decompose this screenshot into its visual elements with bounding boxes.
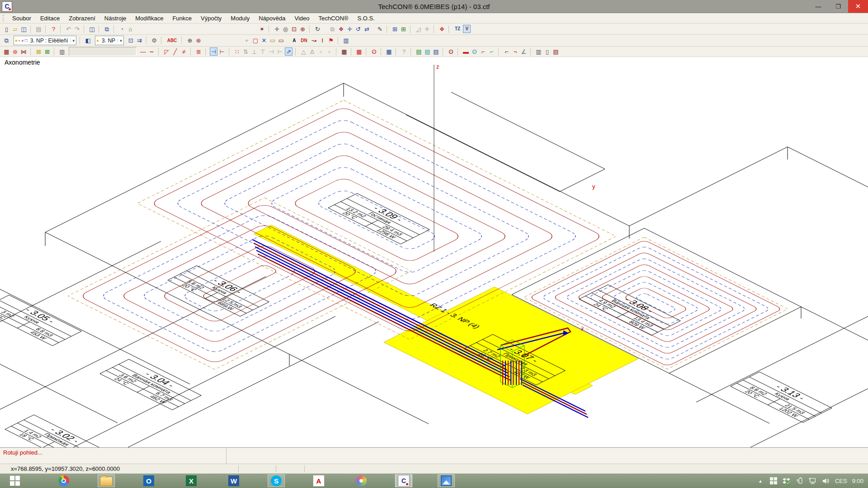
- grid-blue-icon[interactable]: ⊞: [391, 25, 399, 33]
- zone-red-bar-icon[interactable]: ▬: [462, 47, 470, 56]
- taskbar-app-autocad[interactable]: A: [310, 474, 327, 487]
- redraw-icon[interactable]: ✶: [258, 25, 266, 33]
- new-file-icon[interactable]: ▯: [3, 25, 10, 33]
- chevron-down-icon[interactable]: ▾: [118, 38, 123, 43]
- grid-green-icon[interactable]: ⊞: [400, 25, 407, 33]
- grid-blue2-icon[interactable]: ▦: [385, 47, 393, 56]
- abc-text-icon[interactable]: ABC: [165, 37, 179, 45]
- chevron-down-icon[interactable]: ▾: [71, 38, 76, 43]
- dropbox-icon[interactable]: [783, 477, 791, 485]
- menu-techcon-[interactable]: TechCON®: [314, 15, 353, 22]
- split-view-icon[interactable]: ◫: [88, 25, 96, 33]
- selection-rect-icon[interactable]: ▢: [251, 37, 259, 45]
- taskbar-app-graphics-app[interactable]: [353, 474, 370, 487]
- pipe-line-dashed-icon[interactable]: ┅: [148, 47, 156, 56]
- riser-right-icon[interactable]: ⊢: [276, 47, 284, 56]
- zoom-window-icon[interactable]: ⊡: [290, 25, 298, 33]
- clock[interactable]: 9:00: [852, 478, 863, 484]
- pipe-corner-1-icon[interactable]: ⌐: [503, 47, 510, 56]
- lock-edit-icon[interactable]: ∆: [308, 47, 316, 56]
- menu-editace[interactable]: Editace: [36, 15, 64, 22]
- valve-green-icon[interactable]: ⊠: [43, 47, 51, 56]
- coil-spiral-icon[interactable]: ʘ: [370, 47, 378, 56]
- drawing-canvas[interactable]: - 3.09 -Гостиная13.2 m220 °C29.4 m31256 …: [0, 57, 868, 447]
- command-bar[interactable]: Rotuji pohled...: [0, 447, 868, 464]
- tray-expand-icon[interactable]: ▲: [756, 477, 764, 485]
- maximize-button[interactable]: ❐: [828, 0, 848, 13]
- warning-icon[interactable]: △: [300, 47, 307, 56]
- delete-selection-icon[interactable]: ✕: [260, 37, 268, 45]
- zone-teal-spiral-icon[interactable]: ʘ: [471, 47, 478, 56]
- menu-n-stroje[interactable]: Nástroje: [100, 15, 131, 22]
- taskbar-app-skype[interactable]: S: [268, 474, 285, 487]
- start-button[interactable]: [0, 474, 30, 488]
- save-file-icon[interactable]: ◫: [20, 25, 28, 33]
- unknown-stamp-icon[interactable]: ?: [400, 47, 408, 56]
- table-dark-icon[interactable]: ▦: [340, 47, 348, 56]
- snap-center-icon[interactable]: ⊕: [186, 37, 193, 45]
- flag-note-icon[interactable]: ⚑: [327, 37, 335, 45]
- taskbar-app-word[interactable]: W: [225, 474, 242, 487]
- text-label-icon[interactable]: A: [290, 37, 298, 45]
- taskbar-app-chrome[interactable]: [55, 474, 72, 487]
- pan-all-icon[interactable]: ✛: [423, 25, 431, 33]
- stretch-icon[interactable]: ◿: [415, 25, 422, 33]
- redo-icon[interactable]: ↷: [73, 25, 81, 33]
- specification-list-icon[interactable]: ▥: [342, 37, 350, 45]
- view-settings-icon[interactable]: ⊡: [127, 37, 135, 45]
- gkt-sizing-icon[interactable]: Ⅰ: [319, 37, 326, 45]
- coil-small-icon[interactable]: ʘ: [447, 47, 455, 56]
- dimension-table-icon[interactable]: ▦: [3, 47, 10, 56]
- column-grid-icon[interactable]: ▥: [535, 47, 542, 56]
- riser-left-icon[interactable]: ⊣: [268, 47, 275, 56]
- layer-select-dropdown[interactable]: ●▪◕□3. NP : Eïëëleňí▾: [14, 36, 76, 45]
- menu-moduly[interactable]: Moduly: [226, 15, 254, 22]
- v-mode-icon[interactable]: V: [463, 25, 471, 33]
- menu-v-po-ty[interactable]: Výpočty: [196, 15, 226, 22]
- book-icon[interactable]: ◧: [84, 37, 92, 45]
- pump-pair-icon[interactable]: ⊚: [11, 47, 19, 56]
- copy-view-icon[interactable]: ⧉: [103, 25, 111, 33]
- measure-red-icon[interactable]: ▭: [277, 37, 285, 45]
- taskbar-app-excel[interactable]: X: [183, 474, 200, 487]
- rotate-icon[interactable]: ↺: [354, 25, 362, 33]
- annotation-arrows-icon[interactable]: ⇉: [136, 37, 143, 45]
- erase-icon[interactable]: ✎: [376, 25, 384, 33]
- globe-view-icon[interactable]: ◔: [118, 25, 126, 33]
- settings-wrench-icon[interactable]: ⚙: [151, 37, 158, 45]
- mirror-icon[interactable]: ⇄: [363, 25, 371, 33]
- pipe-parallel-icon[interactable]: ≣: [195, 47, 203, 56]
- minimize-button[interactable]: —: [808, 0, 828, 13]
- pipe-angle-icon[interactable]: ◸: [163, 47, 170, 56]
- snap-rotate-icon[interactable]: ⊛: [194, 37, 202, 45]
- measure-yellow-icon[interactable]: ▭: [269, 37, 276, 45]
- colors-icon[interactable]: ❖: [438, 25, 446, 33]
- taskbar-app-outlook[interactable]: O: [140, 474, 157, 487]
- action-center-icon[interactable]: [769, 477, 778, 485]
- pipe-segment-icon[interactable]: ╱: [171, 47, 179, 56]
- print-icon[interactable]: ▤: [35, 25, 42, 33]
- power-plug-icon[interactable]: [796, 477, 804, 485]
- floor-zone-green-icon[interactable]: ▤: [415, 47, 423, 56]
- home-view-icon[interactable]: ⌂: [127, 25, 134, 33]
- menu-funkce[interactable]: Funkce: [168, 15, 196, 22]
- pipe-corner-2-icon[interactable]: ¬: [511, 47, 519, 56]
- tz-mode-icon[interactable]: TZ: [453, 25, 462, 33]
- close-button[interactable]: ✕: [848, 0, 868, 13]
- dn-label-icon[interactable]: DN: [299, 37, 309, 45]
- valve-yellow-icon[interactable]: ⊠: [35, 47, 42, 56]
- volume-icon[interactable]: [822, 477, 830, 485]
- riser-up-down-icon[interactable]: ⇅: [242, 47, 250, 56]
- undo-icon[interactable]: ↶: [65, 25, 72, 33]
- language-indicator[interactable]: CES: [835, 478, 847, 484]
- floor-select-dropdown[interactable]: ●3. NP▾: [95, 36, 124, 45]
- zoom-extents-icon[interactable]: ⊕: [299, 25, 307, 33]
- pipe-line-icon[interactable]: —: [139, 47, 147, 56]
- zoom-in-out-icon[interactable]: ◎: [282, 25, 289, 33]
- taskbar-app-file-explorer[interactable]: [98, 474, 115, 487]
- pan-icon[interactable]: ✛: [273, 25, 281, 33]
- taskbar-app-photo-viewer[interactable]: [438, 474, 455, 487]
- menu-s-o-s-[interactable]: S.O.S.: [353, 15, 379, 22]
- menu-video[interactable]: Video: [290, 15, 314, 22]
- move-icon[interactable]: ✛: [346, 25, 354, 33]
